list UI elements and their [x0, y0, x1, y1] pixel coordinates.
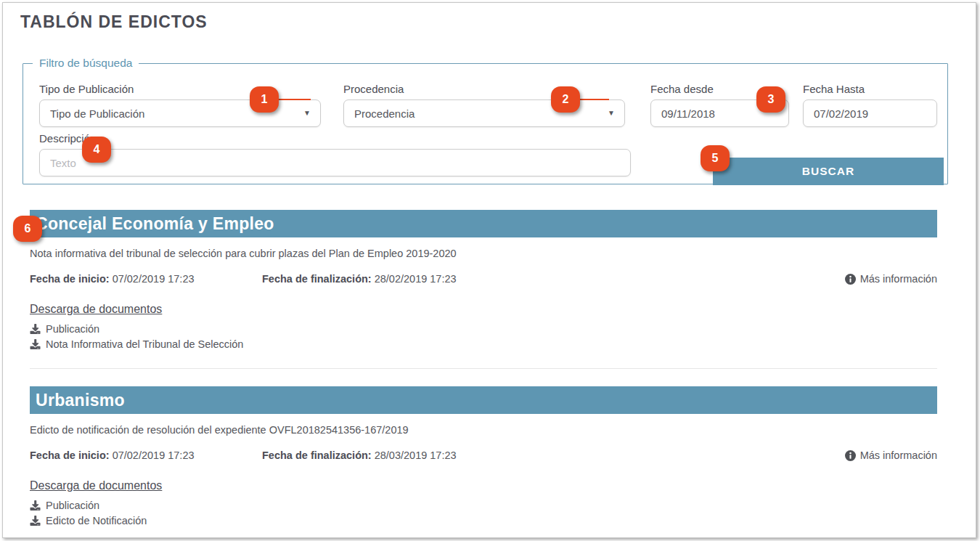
search-filter-panel: Filtro de búsqueda Tipo de Publicación T…: [23, 57, 948, 184]
downloads-section-link[interactable]: Descarga de documentos: [30, 479, 162, 492]
edict-card: Concejal Economía y Empleo Nota informat…: [30, 210, 937, 350]
annotation-line-1: [279, 99, 311, 100]
document-list: Publicación Nota Informativa del Tribuna…: [30, 323, 937, 350]
more-info-label: Más información: [860, 450, 937, 461]
start-date-value: 07/02/2019 17:23: [113, 273, 195, 285]
more-info-link[interactable]: Más información: [845, 273, 937, 285]
field-procedencia: Procedencia Procedencia ▼: [343, 83, 625, 127]
chevron-down-icon: ▼: [608, 109, 615, 117]
end-date-label: Fecha de finalización:: [262, 450, 372, 461]
more-info-label: Más información: [860, 273, 937, 285]
fecha-hasta-label: Fecha Hasta: [803, 83, 937, 95]
annotation-badge-6: 6: [13, 216, 42, 242]
edicts-list: Concejal Economía y Empleo Nota informat…: [30, 210, 937, 538]
document-name: Publicación: [46, 323, 99, 335]
annotation-badge-2: 2: [551, 86, 580, 113]
start-date-label: Fecha de inicio:: [30, 450, 110, 461]
download-icon: [30, 324, 41, 334]
field-descripcion: Descripción: [39, 132, 631, 176]
descripcion-label: Descripción: [39, 132, 631, 145]
edict-description: Edicto de notificación de resolución del…: [30, 424, 937, 436]
edict-dates-row: Fecha de inicio: 07/02/2019 17:23 Fecha …: [30, 273, 937, 285]
end-date: Fecha de finalización: 28/03/2019 17:23: [262, 450, 457, 461]
start-date: Fecha de inicio: 07/02/2019 17:23: [30, 450, 195, 461]
fecha-hasta-input[interactable]: [803, 99, 937, 127]
descripcion-input[interactable]: [39, 149, 631, 176]
tipo-publicacion-selected-value: Tipo de Publicación: [50, 107, 144, 120]
document-download-link[interactable]: Nota Informativa del Tribunal de Selecci…: [30, 338, 243, 350]
edict-dates-row: Fecha de inicio: 07/02/2019 17:23 Fecha …: [30, 450, 937, 462]
edict-description: Nota informativa del tribunal de selecci…: [30, 248, 937, 259]
download-icon: [30, 516, 41, 526]
start-date-value: 07/02/2019 17:23: [113, 450, 195, 461]
document-download-link[interactable]: Publicación: [30, 500, 99, 511]
edict-header-bar: Urbanismo: [30, 386, 937, 414]
chevron-down-icon: ▼: [303, 109, 311, 117]
edict-header-bar: Concejal Economía y Empleo: [30, 210, 937, 237]
tipo-publicacion-label: Tipo de Publicación: [39, 83, 321, 95]
document-download-link[interactable]: Edicto de Notificación: [30, 515, 147, 526]
annotation-badge-5: 5: [701, 145, 730, 171]
buscar-button[interactable]: BUSCAR: [713, 158, 944, 185]
download-icon: [30, 339, 41, 349]
document-name: Publicación: [46, 500, 99, 511]
document-name: Nota Informativa del Tribunal de Selecci…: [46, 338, 243, 350]
info-icon: [845, 450, 856, 461]
document-name: Edicto de Notificación: [46, 515, 147, 526]
start-date: Fecha de inicio: 07/02/2019 17:23: [30, 273, 195, 285]
info-icon: [845, 274, 856, 285]
document-list: Publicación Edicto de Notificación: [30, 500, 937, 526]
download-icon: [30, 500, 41, 511]
document-download-link[interactable]: Publicación: [30, 323, 99, 335]
end-date-label: Fecha de finalización:: [262, 273, 372, 285]
annotation-line-2: [580, 99, 609, 100]
edict-title: Urbanismo: [36, 391, 125, 410]
procedencia-label: Procedencia: [343, 83, 625, 95]
start-date-label: Fecha de inicio:: [30, 273, 110, 285]
downloads-section-link[interactable]: Descarga de documentos: [30, 303, 162, 316]
end-date-value: 28/02/2019 17:23: [375, 273, 457, 285]
edict-card: Urbanismo Edicto de notificación de reso…: [30, 386, 937, 526]
filter-legend: Filtro de búsqueda: [33, 57, 139, 70]
annotation-badge-4: 4: [82, 137, 111, 163]
field-fecha-hasta: Fecha Hasta: [803, 83, 937, 127]
page-title: TABLÓN DE EDICTOS: [20, 12, 208, 32]
procedencia-select[interactable]: Procedencia ▼: [343, 99, 625, 127]
procedencia-selected-value: Procedencia: [354, 107, 415, 120]
edict-title: Concejal Economía y Empleo: [36, 214, 274, 234]
annotation-badge-1: 1: [250, 86, 279, 113]
more-info-link[interactable]: Más información: [845, 450, 937, 461]
edict-separator: [30, 368, 937, 369]
end-date-value: 28/03/2019 17:23: [375, 450, 457, 461]
end-date: Fecha de finalización: 28/02/2019 17:23: [262, 273, 457, 285]
annotation-badge-3: 3: [756, 86, 785, 113]
edicts-page: TABLÓN DE EDICTOS Filtro de búsqueda Tip…: [2, 2, 976, 538]
field-tipo-publicacion: Tipo de Publicación Tipo de Publicación …: [39, 83, 321, 127]
